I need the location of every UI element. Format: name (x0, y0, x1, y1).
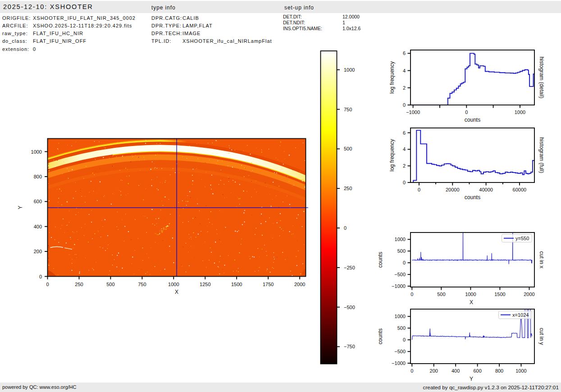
svg-text:1000: 1000 (395, 314, 406, 319)
svg-text:500: 500 (344, 146, 352, 151)
svg-text:250: 250 (75, 282, 83, 287)
svg-text:1250: 1250 (200, 282, 210, 287)
svg-text:log frequency: log frequency (389, 61, 395, 94)
svg-text:500: 500 (106, 282, 114, 287)
svg-text:1750: 1750 (263, 282, 274, 287)
svg-text:counts: counts (377, 328, 383, 344)
svg-text:1000: 1000 (168, 282, 179, 287)
svg-text:0: 0 (344, 225, 347, 231)
svg-text:counts: counts (465, 194, 480, 201)
svg-text:0: 0 (410, 368, 413, 374)
svg-text:−250: −250 (344, 265, 355, 270)
svg-text:Y: Y (470, 376, 473, 382)
svg-text:X: X (175, 289, 178, 295)
svg-text:−500: −500 (394, 349, 406, 354)
svg-text:4: 4 (403, 146, 406, 152)
svg-text:1000: 1000 (465, 292, 476, 297)
svg-text:0: 0 (46, 282, 49, 287)
svg-text:0: 0 (403, 180, 406, 185)
svg-text:log frequency: log frequency (389, 139, 395, 171)
svg-text:0: 0 (465, 109, 468, 115)
svg-text:cut in x: cut in x (538, 251, 545, 268)
svg-text:500: 500 (437, 292, 445, 297)
svg-text:x=1024: x=1024 (512, 312, 529, 318)
svg-text:1000: 1000 (31, 149, 42, 155)
svg-text:400: 400 (452, 368, 460, 374)
svg-text:20000: 20000 (446, 187, 460, 192)
svg-text:X: X (470, 299, 473, 305)
svg-text:Y: Y (17, 205, 23, 209)
svg-text:y=550: y=550 (515, 236, 529, 241)
svg-text:0: 0 (410, 292, 413, 297)
svg-text:600: 600 (473, 368, 481, 374)
svg-text:histogram (detail): histogram (detail) (538, 57, 545, 99)
svg-text:−500: −500 (344, 305, 355, 310)
svg-text:500: 500 (397, 325, 406, 331)
svg-text:cut in y: cut in y (538, 328, 545, 345)
svg-text:1500: 1500 (231, 282, 242, 287)
svg-text:2000: 2000 (294, 282, 305, 287)
svg-text:counts: counts (465, 117, 480, 123)
svg-text:800: 800 (495, 368, 503, 374)
svg-text:60000: 60000 (513, 187, 527, 192)
svg-text:−1000: −1000 (392, 283, 406, 289)
svg-text:counts: counts (377, 252, 383, 268)
svg-text:6: 6 (403, 50, 406, 56)
svg-text:histogram (full): histogram (full) (538, 137, 545, 173)
svg-text:−1000: −1000 (406, 109, 420, 115)
svg-text:0: 0 (403, 260, 406, 265)
svg-text:−500: −500 (394, 272, 406, 277)
svg-text:2: 2 (403, 163, 406, 169)
svg-text:400: 400 (34, 224, 42, 229)
svg-text:200: 200 (430, 368, 438, 374)
svg-text:250: 250 (344, 186, 352, 191)
svg-text:40000: 40000 (479, 187, 493, 192)
svg-text:1500: 1500 (494, 292, 505, 297)
svg-text:0: 0 (403, 102, 406, 108)
svg-text:−1000: −1000 (392, 360, 406, 366)
svg-text:1000: 1000 (515, 109, 525, 115)
svg-text:2000: 2000 (524, 292, 534, 297)
svg-text:200: 200 (34, 249, 42, 254)
svg-text:0: 0 (403, 337, 406, 342)
svg-text:600: 600 (34, 199, 42, 204)
svg-text:−750: −750 (344, 344, 355, 349)
svg-text:500: 500 (397, 248, 406, 254)
svg-text:750: 750 (138, 282, 146, 287)
svg-text:1000: 1000 (515, 368, 526, 374)
svg-text:750: 750 (344, 107, 352, 112)
svg-text:1000: 1000 (395, 237, 406, 242)
svg-text:800: 800 (34, 174, 42, 179)
svg-text:6: 6 (403, 130, 406, 136)
svg-text:1000: 1000 (344, 67, 355, 73)
svg-text:0: 0 (39, 274, 42, 279)
svg-text:4: 4 (403, 68, 406, 73)
svg-text:0: 0 (418, 187, 420, 192)
svg-text:2: 2 (403, 85, 406, 91)
